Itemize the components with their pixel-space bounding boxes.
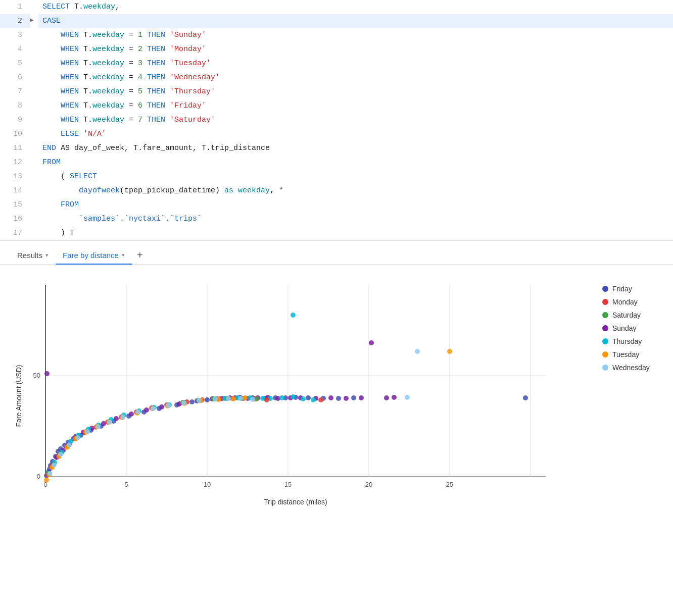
code-line: 11END AS day_of_week, T.fare_amount, T.t… bbox=[0, 141, 673, 156]
svg-point-181 bbox=[181, 400, 186, 405]
code-token: , * bbox=[270, 186, 283, 195]
svg-point-53 bbox=[351, 395, 356, 400]
svg-point-82 bbox=[344, 396, 349, 401]
code-token: weekday bbox=[92, 101, 124, 110]
tab-fare-label: Fare by distance bbox=[63, 251, 119, 260]
line-number: 14 bbox=[0, 184, 30, 198]
legend-item: Thursday bbox=[602, 337, 663, 345]
code-token: END bbox=[42, 144, 61, 152]
scatter-chart: Fare Amount (USD) 0 50 bbox=[10, 275, 592, 517]
code-token: 5 bbox=[138, 87, 142, 96]
results-section: Results ▾ Fare by distance ▾ + Fare Amou… bbox=[0, 241, 673, 527]
code-token: T. bbox=[83, 116, 92, 124]
code-token: weekday bbox=[92, 87, 124, 96]
code-token: day_of_week, T.fare_amount, T.trip_dista… bbox=[74, 144, 270, 152]
tab-fare-by-distance[interactable]: Fare by distance ▾ bbox=[56, 247, 132, 265]
line-number: 3 bbox=[0, 28, 30, 42]
code-token: = bbox=[124, 73, 138, 82]
code-line: 8 WHEN T.weekday = 6 THEN 'Friday' bbox=[0, 99, 673, 113]
legend-item: Tuesday bbox=[602, 350, 663, 358]
code-token: THEN bbox=[142, 87, 170, 96]
svg-text:Trip distance (miles): Trip distance (miles) bbox=[264, 498, 327, 506]
code-token: weekday bbox=[83, 3, 115, 11]
code-token: = bbox=[124, 101, 138, 110]
line-arrow bbox=[30, 226, 38, 240]
line-number: 16 bbox=[0, 212, 30, 226]
legend-dot bbox=[602, 351, 608, 357]
line-number: 15 bbox=[0, 198, 30, 212]
code-token: 'N/A' bbox=[83, 130, 106, 138]
code-line-content: END AS day_of_week, T.fare_amount, T.tri… bbox=[38, 141, 673, 156]
add-tab-button[interactable]: + bbox=[132, 247, 148, 263]
svg-text:5: 5 bbox=[124, 481, 128, 488]
code-token: 'Saturday' bbox=[170, 116, 215, 124]
legend-label: Thursday bbox=[612, 337, 642, 345]
tab-results[interactable]: Results ▾ bbox=[10, 247, 56, 265]
legend-item: Friday bbox=[602, 285, 663, 293]
legend-dot bbox=[602, 286, 608, 292]
code-token: weekday bbox=[92, 59, 124, 68]
code-token: THEN bbox=[142, 73, 170, 82]
svg-point-167 bbox=[44, 478, 49, 483]
svg-point-183 bbox=[213, 396, 218, 401]
code-token: 'Friday' bbox=[170, 101, 206, 110]
svg-point-86 bbox=[392, 395, 397, 400]
svg-text:20: 20 bbox=[365, 481, 372, 488]
code-token: `samples`.`nyctaxi`.`trips` bbox=[42, 215, 202, 223]
svg-point-84 bbox=[369, 340, 374, 345]
chart-svg: Fare Amount (USD) 0 50 bbox=[10, 275, 566, 517]
svg-point-172 bbox=[67, 442, 72, 447]
chevron-down-icon: ▾ bbox=[45, 252, 49, 259]
code-token: THEN bbox=[142, 59, 170, 68]
svg-point-186 bbox=[250, 397, 255, 402]
line-arrow bbox=[30, 99, 38, 113]
code-line: 5 WHEN T.weekday = 3 THEN 'Tuesday' bbox=[0, 57, 673, 71]
code-token: WHEN bbox=[42, 59, 83, 68]
code-token: T. bbox=[83, 31, 92, 39]
code-token: , bbox=[115, 3, 120, 11]
code-line: 3 WHEN T.weekday = 1 THEN 'Sunday' bbox=[0, 28, 673, 42]
line-number: 11 bbox=[0, 141, 30, 156]
code-line-content: ELSE 'N/A' bbox=[38, 127, 673, 141]
code-line: 16 `samples`.`nyctaxi`.`trips` bbox=[0, 212, 673, 226]
code-line-content: WHEN T.weekday = 3 THEN 'Tuesday' bbox=[38, 57, 673, 71]
code-token: as weekday bbox=[224, 186, 270, 195]
code-token: ) T bbox=[42, 229, 74, 237]
svg-point-185 bbox=[238, 396, 243, 401]
code-token: 1 bbox=[138, 31, 142, 39]
svg-point-41 bbox=[205, 397, 210, 402]
code-token: T. bbox=[74, 3, 83, 11]
line-number: 13 bbox=[0, 170, 30, 184]
line-number: 9 bbox=[0, 113, 30, 127]
line-arrow bbox=[30, 57, 38, 71]
svg-text:15: 15 bbox=[284, 481, 292, 488]
code-token: = bbox=[124, 116, 138, 124]
code-token: FROM bbox=[42, 158, 61, 167]
code-token: T. bbox=[83, 45, 92, 54]
svg-text:50: 50 bbox=[33, 372, 40, 379]
legend-item: Sunday bbox=[602, 324, 663, 332]
chevron-down-icon: ▾ bbox=[122, 252, 125, 259]
code-token: weekday bbox=[92, 73, 124, 82]
svg-text:Fare Amount (USD): Fare Amount (USD) bbox=[15, 365, 23, 427]
svg-point-188 bbox=[415, 349, 420, 354]
svg-point-68 bbox=[159, 404, 164, 409]
code-token: 'Tuesday' bbox=[170, 59, 211, 68]
line-arrow bbox=[30, 156, 38, 170]
svg-text:25: 25 bbox=[446, 481, 453, 488]
code-line: 2▶CASE bbox=[0, 14, 673, 28]
legend-dot bbox=[602, 299, 608, 305]
svg-point-81 bbox=[328, 395, 333, 400]
code-token: THEN bbox=[142, 31, 170, 39]
code-line: 1SELECT T.weekday, bbox=[0, 0, 673, 14]
line-arrow bbox=[30, 170, 38, 184]
line-number: 1 bbox=[0, 0, 30, 14]
line-arrow bbox=[30, 184, 38, 198]
code-line: 7 WHEN T.weekday = 5 THEN 'Thursday' bbox=[0, 85, 673, 99]
code-token: THEN bbox=[142, 101, 170, 110]
line-number: 12 bbox=[0, 156, 30, 170]
code-token: 7 bbox=[138, 116, 142, 124]
code-token: weekday bbox=[92, 31, 124, 39]
legend-dot bbox=[602, 325, 608, 331]
svg-point-165 bbox=[231, 396, 236, 401]
